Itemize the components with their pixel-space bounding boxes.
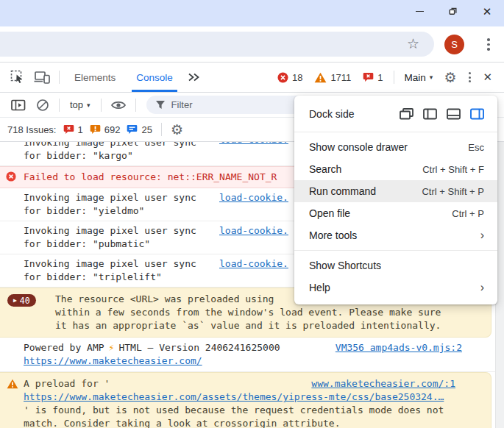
- window-minimize-button[interactable]: [402, 0, 436, 22]
- device-toolbar-icon: [34, 71, 50, 84]
- issues-improvements[interactable]: 25: [127, 124, 152, 135]
- dock-right-icon-active[interactable]: [470, 108, 484, 120]
- issues-count[interactable]: 1: [363, 72, 383, 83]
- error-bubble-icon: [63, 124, 74, 135]
- filter-funnel-icon: [155, 100, 166, 110]
- dock-left-icon[interactable]: [423, 108, 437, 120]
- menu-item-search[interactable]: Search Ctrl + Shift + F: [294, 158, 497, 180]
- bookmark-star-icon[interactable]: ☆: [407, 36, 419, 52]
- divider: [135, 99, 136, 112]
- source-link[interactable]: load-cookie.: [219, 191, 288, 204]
- console-error-count[interactable]: 18: [277, 72, 302, 83]
- issues-page-errors[interactable]: 1: [63, 124, 83, 135]
- window-restore-button[interactable]: [436, 0, 470, 22]
- more-tabs-button[interactable]: [183, 72, 205, 82]
- menu-item-open-file[interactable]: Open file Ctrl + P: [294, 202, 497, 224]
- shortcut-label: Ctrl + P: [452, 208, 484, 219]
- submenu-chevron-icon: ›: [480, 229, 484, 241]
- divider: [394, 71, 394, 84]
- clear-console-button[interactable]: [31, 99, 54, 112]
- tabbar-right-cluster: 18 1711 1 Main ▾ ⚙ ✕: [271, 71, 497, 85]
- console-sidebar-toggle[interactable]: [6, 99, 31, 111]
- devtools-settings-button[interactable]: ⚙: [439, 71, 461, 85]
- expand-arrow-icon: ▶: [13, 298, 17, 304]
- dock-bottom-icon[interactable]: [447, 108, 461, 120]
- tab-elements[interactable]: Elements: [70, 63, 120, 92]
- submenu-chevron-icon: ›: [480, 282, 484, 293]
- menu-item-more-tools[interactable]: More tools ›: [294, 224, 497, 246]
- issues-breaking-changes[interactable]: 692: [90, 124, 121, 135]
- address-bar[interactable]: ☆: [0, 32, 434, 57]
- console-warning-count[interactable]: 1711: [314, 72, 351, 83]
- double-chevron-icon: [188, 72, 200, 82]
- url-link[interactable]: https://www.maketecheasier.com/: [24, 355, 202, 366]
- menu-item-dock-side: Dock side: [294, 100, 497, 128]
- devtools-main-menu: Dock side Show console drawer Esc Search…: [294, 96, 497, 304]
- warning-bubble-icon: [90, 124, 101, 135]
- divider: [59, 99, 60, 112]
- restore-icon: [449, 7, 458, 15]
- warning-icon: [7, 379, 18, 389]
- eye-icon: [111, 100, 126, 110]
- issues-icon: [363, 72, 374, 82]
- block-icon: [36, 99, 49, 112]
- javascript-context-selector[interactable]: Main ▾: [405, 72, 433, 83]
- tab-console[interactable]: Console: [132, 63, 177, 92]
- minimize-icon: [416, 11, 424, 12]
- window-close-button[interactable]: ✕: [470, 0, 504, 22]
- url-link[interactable]: https://www.maketecheasier.com/assets/th…: [24, 391, 444, 402]
- devtools-menu-button[interactable]: [461, 72, 478, 82]
- devtools-close-button[interactable]: ✕: [478, 71, 497, 84]
- source-link[interactable]: load-cookie.: [219, 224, 288, 238]
- warning-repeat-count: 40: [20, 294, 30, 307]
- source-link[interactable]: load-cookie.: [219, 257, 288, 271]
- error-icon: [277, 72, 288, 83]
- browser-toolbar: ☆ S: [0, 26, 504, 63]
- devtools-tabbar: Elements Console 18 1711 1 Main ▾ ⚙ ✕: [0, 63, 504, 93]
- warning-group-expand-badge[interactable]: ▶ 40: [7, 294, 36, 307]
- chevron-down-icon: ▾: [87, 101, 90, 109]
- chevron-down-icon: ▾: [430, 74, 433, 81]
- console-log-amp: Powered by AMP⚡HTML – Version 2406241625…: [0, 338, 504, 372]
- issues-settings-button[interactable]: ⚙: [171, 123, 183, 137]
- inspect-icon: [10, 70, 25, 85]
- frame-context-selector[interactable]: top ▾: [70, 99, 90, 110]
- source-link[interactable]: VM356 amp4ads-v0.mjs:2: [336, 341, 462, 354]
- device-toolbar-button[interactable]: [29, 71, 54, 84]
- menu-separator: [294, 132, 497, 132]
- shortcut-label: Ctrl + Shift + P: [422, 186, 484, 197]
- avatar-letter: S: [451, 39, 458, 50]
- menu-item-help[interactable]: Help ›: [294, 277, 497, 299]
- profile-avatar[interactable]: S: [444, 35, 464, 54]
- menu-item-show-shortcuts[interactable]: Show Shortcuts: [294, 254, 497, 277]
- shortcut-label: Ctrl + Shift + F: [422, 164, 484, 175]
- undock-icon[interactable]: [400, 108, 414, 120]
- error-icon: [6, 171, 16, 182]
- divider: [101, 99, 102, 112]
- warning-icon: [314, 72, 327, 83]
- divider: [59, 71, 60, 84]
- window-titlebar: ✕: [0, 0, 504, 26]
- menu-separator: [294, 250, 497, 251]
- console-warning-preload: A preload for ' www.maketecheasier.com/:…: [0, 372, 491, 428]
- source-link[interactable]: www.maketecheasier.com/:1: [311, 377, 455, 390]
- live-expression-button[interactable]: [106, 100, 131, 110]
- divider: [161, 123, 162, 136]
- panel-left-icon: [11, 99, 26, 111]
- inspect-element-button[interactable]: [6, 70, 29, 85]
- browser-menu-button[interactable]: [484, 37, 493, 52]
- source-link[interactable]: load-cookie.: [219, 142, 288, 146]
- menu-item-show-console-drawer[interactable]: Show console drawer Esc: [294, 136, 497, 158]
- close-icon: ✕: [483, 6, 492, 17]
- menu-item-run-command[interactable]: Run command Ctrl + Shift + P: [294, 180, 497, 202]
- shortcut-label: Esc: [468, 142, 484, 153]
- issues-label: 718 Issues:: [7, 124, 57, 135]
- message-bubble-icon: [127, 124, 138, 135]
- amp-bolt-icon: ⚡: [109, 342, 115, 353]
